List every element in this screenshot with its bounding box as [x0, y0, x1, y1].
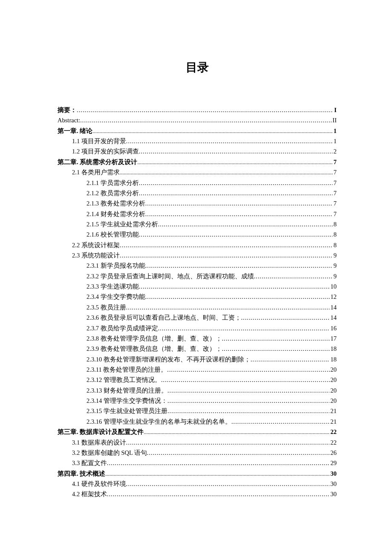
toc-entry: 第二章. 系统需求分析及设计..........................…	[58, 157, 337, 167]
toc-entry-label: 4.1 硬件及软件环境	[72, 479, 126, 489]
toc-entry-label: 2.3.14 管理学生交学费情况：	[86, 396, 167, 406]
toc-leader: ........................................…	[231, 416, 330, 427]
toc-entry: 2.1.6 校长管理功能............................…	[58, 229, 337, 240]
toc-entry-label: 1.2 项目开发的实际调查	[72, 146, 139, 156]
toc-entry-page: 7	[333, 198, 337, 208]
toc-entry: 2.3.16 管理毕业生就业学生的名单与未就业的名单。.............…	[58, 416, 337, 427]
toc-leader: ........................................…	[254, 271, 333, 281]
document-page: 目录 摘要：..................................…	[0, 0, 392, 542]
toc-entry-label: 2.3.3 学生选课功能	[86, 281, 139, 292]
toc-entry-page: 8	[333, 219, 337, 229]
toc-leader: ........................................…	[145, 260, 333, 271]
toc-entry-label: 2.3.15 学生就业处管理员注册	[86, 406, 167, 416]
toc-entry-label: 2.3 系统功能设计	[72, 250, 120, 260]
toc-entry-page: 9	[333, 250, 337, 260]
toc-entry-label: 2.3.1 新学员报名功能	[86, 260, 145, 271]
toc-entry: 2.1 各类用户需求..............................…	[58, 167, 337, 177]
toc-leader: ........................................…	[161, 375, 330, 385]
toc-leader: ........................................…	[126, 479, 330, 489]
toc-entry-label: 2.3.8 教务处管理学员信息（增、删、查、改）；	[86, 333, 222, 344]
toc-entry: 4.2 框架技术................................…	[58, 489, 337, 499]
toc-entry-label: 第三章. 数据库设计及配置文件	[58, 427, 144, 437]
toc-entry: 1.1 项目开发的背景.............................…	[58, 136, 337, 146]
toc-leader: ........................................…	[145, 198, 333, 208]
toc-entry: 2.3.14 管理学生交学费情况：.......................…	[58, 396, 337, 406]
toc-entry-label: 2.3.12 管理教员工资情况。	[86, 375, 161, 385]
toc-entry-page: 12	[330, 292, 337, 302]
toc-leader: ........................................…	[80, 115, 331, 125]
toc-entry-page: 9	[333, 271, 337, 281]
toc-entry-label: 3.2 数据库创建的 SQL 语句	[72, 448, 147, 458]
toc-leader: ........................................…	[139, 188, 333, 198]
table-of-contents: 摘要：.....................................…	[58, 105, 337, 500]
toc-entry-page: 1	[333, 126, 337, 136]
toc-entry-page: 7	[333, 209, 337, 219]
toc-leader: ........................................…	[126, 437, 330, 448]
toc-entry: 2.1.3 教务处需求分析...........................…	[58, 198, 337, 208]
toc-entry-label: 2.1.6 校长管理功能	[86, 229, 139, 240]
toc-entry-page: 20	[330, 385, 337, 396]
toc-entry: 摘要：.....................................…	[58, 105, 337, 115]
toc-entry-label: 3.1 数据库表的设计	[72, 437, 126, 448]
toc-entry-label: 2.3.9 教务处管理教员信息（增、删、查、改）；	[86, 344, 222, 354]
toc-leader: ........................................…	[145, 292, 330, 302]
toc-entry-page: 20	[330, 375, 337, 385]
toc-entry-page: 29	[330, 458, 337, 468]
toc-entry-label: 2.1.1 学员需求分析	[86, 178, 139, 188]
toc-entry: 4.1 硬件及软件环境.............................…	[58, 479, 337, 489]
toc-leader: ........................................…	[120, 240, 333, 250]
toc-leader: ........................................…	[167, 385, 330, 396]
toc-entry-label: 2.3.5 教员注册	[86, 302, 126, 312]
toc-entry-page: 20	[330, 396, 337, 406]
toc-entry: 2.3.1 新学员报名功能...........................…	[58, 260, 337, 271]
toc-entry-page: 14	[330, 312, 337, 323]
toc-entry-page: 18	[330, 344, 337, 354]
toc-entry-page: 22	[330, 427, 337, 437]
toc-entry-page: 7	[333, 178, 337, 188]
toc-entry-page: II	[331, 115, 337, 125]
page-title: 目录	[58, 60, 337, 75]
toc-leader: ........................................…	[137, 158, 333, 167]
toc-entry: 2.3.7 教员给学员成绩评定.........................…	[58, 323, 337, 333]
toc-entry: 2.3.10 教务处管理新增课程的发布、不再开设课程的删除；..........…	[58, 354, 337, 364]
toc-leader: ........................................…	[158, 219, 333, 229]
toc-entry: 3.2 数据库创建的 SQL 语句.......................…	[58, 448, 337, 458]
toc-leader: ........................................…	[222, 333, 330, 344]
toc-entry: 2.3.4 学生交学费功能...........................…	[58, 292, 337, 302]
toc-entry: 第四章. 技术概述...............................…	[58, 468, 337, 479]
toc-entry: 3.1 数据库表的设计.............................…	[58, 437, 337, 448]
toc-entry: Abstract:...............................…	[58, 115, 337, 125]
toc-entry-page: 8	[333, 229, 337, 240]
toc-entry-label: 2.3.13 财务处管理员的注册。	[86, 385, 167, 396]
toc-entry-label: 2.3.7 教员给学员成绩评定	[86, 323, 158, 333]
toc-entry: 2.3.3 学生选课功能............................…	[58, 281, 337, 292]
toc-entry: 1.2 项目开发的实际调查...........................…	[58, 146, 337, 156]
toc-entry: 2.3.12 管理教员工资情况。........................…	[58, 375, 337, 385]
toc-leader: ........................................…	[126, 302, 330, 312]
toc-entry-page: 10	[330, 281, 337, 292]
toc-leader: ........................................…	[167, 406, 330, 416]
toc-entry: 2.3.9 教务处管理教员信息（增、删、查、改）；...............…	[58, 344, 337, 354]
toc-entry-label: 4.2 框架技术	[72, 489, 107, 499]
toc-entry: 2.3.15 学生就业处管理员注册.......................…	[58, 406, 337, 416]
toc-entry-page: 17	[330, 333, 337, 344]
toc-entry-label: 2.1.5 学生就业处需求分析	[86, 219, 158, 229]
toc-leader: ........................................…	[167, 396, 330, 406]
toc-leader: ........................................…	[120, 250, 333, 260]
toc-entry: 2.3.13 财务处管理员的注册。.......................…	[58, 385, 337, 396]
toc-entry: 2.1.5 学生就业处需求分析.........................…	[58, 219, 337, 229]
toc-entry-page: 7	[333, 167, 337, 177]
toc-entry-page: 20	[330, 364, 337, 375]
toc-leader: ........................................…	[251, 354, 330, 364]
toc-entry-page: 16	[330, 323, 337, 333]
toc-entry: 3.3 配置文件................................…	[58, 458, 337, 468]
toc-leader: ........................................…	[139, 229, 333, 240]
toc-entry-label: 2.3.6 教员登录后可以查看自己上课地点、时间、工资；	[86, 312, 241, 323]
toc-entry: 2.3 系统功能设计..............................…	[58, 250, 337, 260]
toc-entry-page: 22	[330, 437, 337, 448]
toc-entry-label: 3.3 配置文件	[72, 458, 107, 468]
toc-leader: ........................................…	[77, 105, 333, 115]
toc-leader: ........................................…	[120, 168, 333, 177]
toc-entry-page: 30	[330, 479, 337, 489]
toc-leader: ........................................…	[139, 281, 330, 292]
